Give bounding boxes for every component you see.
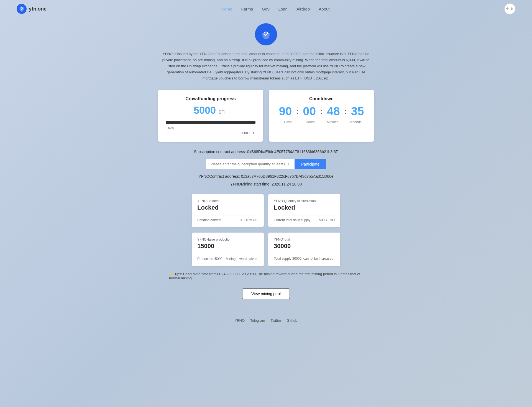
logo[interactable]: yfn.one (17, 4, 47, 14)
halve-detail-text: Production15000，Mining reward halved (197, 257, 257, 261)
label-hours: Hours (302, 120, 319, 124)
balance-detail-label: Pending harvest (197, 218, 221, 222)
participate-button[interactable]: Participate (295, 159, 326, 169)
yfno-contract: YFNOContract address: 0x3a87A705D8961F32… (133, 174, 399, 179)
logo-text: yfn.one (29, 6, 47, 12)
nav-airdrop[interactable]: Airdrop (296, 7, 310, 11)
crowdfunding-title: Crowdfunding progress (166, 96, 255, 101)
subscription-contract: Subscription contract address: 0xB68DbaE… (133, 150, 399, 154)
yfno-contract-label: YFNOContract address: (198, 174, 240, 179)
total-label: YFNOTotal (274, 238, 335, 241)
total-detail: Total supply 30000, cannot be increased (274, 257, 335, 261)
balance-detail-value: 0.000 YFNO (240, 218, 258, 222)
halve-detail: Production15000，Mining reward halved (197, 257, 258, 261)
hero-description: YFNO is issued by the YFN.One Foundation… (162, 51, 370, 81)
subscription-contract-address: 0xB68DbaE6de4E057754AF811683fd6366b21b3f… (247, 150, 338, 154)
yfno-contract-address: 0x3a87A705D8961F322cF6767BAf3d7b5Aa315D6… (241, 174, 334, 179)
footer-links: YFNO Telegram Twitter Github (133, 318, 399, 331)
crowdfunding-card: Crowdfunding progress 5000 ETH 0.02% 0 5… (158, 90, 263, 142)
nav-links: Home Farms Gov Loan Airdrop About (221, 7, 330, 11)
nav-about[interactable]: About (319, 7, 329, 11)
tips-content: Tips: Head mine time from11.24 20:00-11.… (169, 272, 360, 280)
main-content: YFNO is issued by the YFN.One Foundation… (127, 18, 405, 336)
crowdfunding-amount: 5000 ETH (166, 105, 255, 116)
label-minutes: Minutes (324, 120, 341, 124)
nav-gov[interactable]: Gov (262, 7, 270, 11)
progress-bar-fill (166, 121, 167, 124)
progress-percent: 0.02% (166, 126, 255, 130)
label-days: Days (280, 120, 296, 124)
circulation-detail-value: 500 YFNO (319, 218, 335, 222)
progress-label-left: 0 (166, 131, 168, 135)
footer-yfno[interactable]: YFNO (235, 318, 245, 323)
navbar: yfn.one Home Farms Gov Loan Airdrop Abou… (0, 0, 532, 18)
info-cards-row-1: YFNO Balance Locked Pending harvest 0.00… (133, 194, 399, 227)
halve-card: YFNOHalve production 15000 Production150… (192, 233, 264, 266)
circulation-value: Locked (274, 204, 335, 211)
view-pool-button[interactable]: View mining pool (242, 288, 290, 299)
view-pool-wrapper: View mining pool (133, 288, 399, 310)
countdown-sep-1: : (296, 106, 299, 117)
mining-start-time: YFNOMining start time: 2020.11.24 20:00 (133, 182, 399, 186)
countdown-sep-3: : (344, 106, 347, 117)
circulation-detail: Current total daily supply 500 YFNO (274, 218, 335, 222)
countdown-grid: 90 : 00 : 48 : 35 (277, 105, 366, 118)
countdown-sep-2: : (320, 106, 323, 117)
logo-icon (17, 4, 27, 14)
tips-icon: ⚡ (169, 272, 173, 276)
total-card: YFNOTotal 30000 Total supply 30000, cann… (268, 233, 340, 266)
language-button[interactable]: 中 文 (504, 3, 515, 14)
total-detail-text: Total supply 30000, cannot be increased (274, 257, 333, 261)
progress-label-right: 5000 ETH (241, 131, 255, 135)
progress-labels: 0 5000 ETH (166, 131, 255, 135)
countdown-labels: Days Hours Minutes Seconds (277, 120, 366, 124)
countdown-days: 90 (277, 105, 294, 118)
hero-logo-icon (255, 23, 277, 45)
halve-label: YFNOHalve production (197, 238, 258, 241)
nav-farms[interactable]: Farms (241, 7, 253, 11)
subscription-input[interactable] (206, 159, 295, 169)
balance-card: YFNO Balance Locked Pending harvest 0.00… (192, 194, 264, 227)
footer-telegram[interactable]: Telegram (250, 318, 265, 323)
balance-label: YFNO Balance (197, 199, 258, 203)
countdown-card: Countdown 90 : 00 : 48 : 35 Days Hours M… (269, 90, 374, 142)
subscription-contract-label: Subscription contract address: (194, 150, 246, 154)
tips-text: ⚡ Tips: Head mine time from11.24 20:00-1… (169, 272, 363, 280)
nav-loan[interactable]: Loan (278, 7, 288, 11)
countdown-title: Countdown (277, 96, 366, 101)
cards-row: Crowdfunding progress 5000 ETH 0.02% 0 5… (133, 90, 399, 142)
total-value: 30000 (274, 243, 335, 250)
countdown-seconds: 35 (349, 105, 366, 118)
circulation-label: YFNO Quantity in circulation (274, 199, 335, 203)
countdown-hours: 00 (301, 105, 318, 118)
circulation-detail-label: Current total daily supply (274, 218, 310, 222)
halve-value: 15000 (197, 243, 258, 250)
label-seconds: Seconds (347, 120, 364, 124)
progress-bar-container (166, 121, 255, 124)
balance-detail: Pending harvest 0.000 YFNO (197, 218, 258, 222)
nav-home[interactable]: Home (221, 7, 232, 11)
subscription-row: Participate (133, 159, 399, 169)
footer-twitter[interactable]: Twitter (270, 318, 281, 323)
balance-value: Locked (197, 204, 258, 211)
countdown-minutes: 48 (325, 105, 342, 118)
footer-github[interactable]: Github (287, 318, 297, 323)
circulation-card: YFNO Quantity in circulation Locked Curr… (268, 194, 340, 227)
info-cards-row-2: YFNOHalve production 15000 Production150… (133, 233, 399, 266)
